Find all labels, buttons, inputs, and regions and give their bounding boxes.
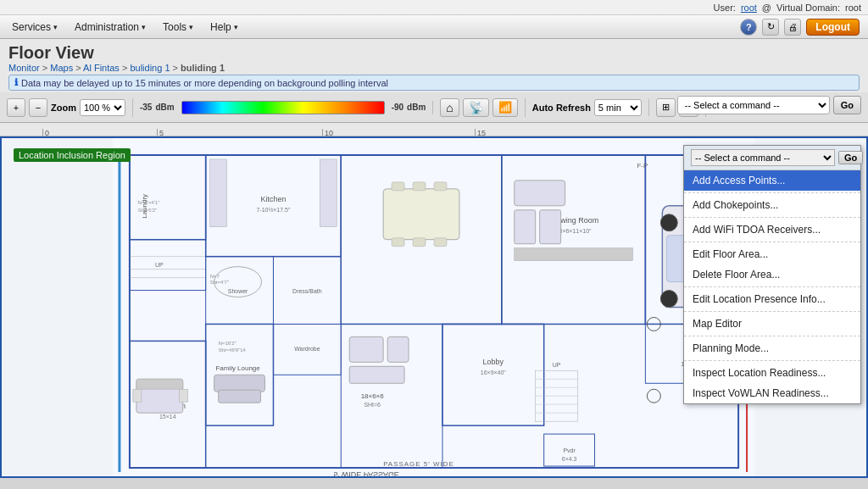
svg-text:PASSAGE 5' WIDE: PASSAGE 5' WIDE: [383, 460, 454, 468]
menu-item-help[interactable]: Help ▾: [202, 18, 247, 36]
svg-rect-12: [210, 159, 227, 227]
svg-text:UP: UP: [155, 262, 164, 268]
go-button[interactable]: Go: [833, 96, 861, 114]
dropdown-separator: [684, 360, 860, 361]
auto-refresh-label: Auto Refresh: [532, 103, 591, 113]
dropdown-item-edit-floor-area[interactable]: Edit Floor Area...: [684, 244, 860, 264]
page-title: Floor View: [8, 42, 860, 63]
network-icon-btn[interactable]: ⌂: [440, 98, 459, 117]
dropdown-item-inspect-vowlan[interactable]: Inspect VoWLAN Readiness...: [684, 383, 860, 403]
dropdown-item-planning-mode[interactable]: Planning Mode...: [684, 338, 860, 358]
dropdown-separator: [684, 217, 860, 218]
dropdown-items-list: Add Access Points...Add Chokepoints...Ad…: [684, 170, 860, 403]
svg-text:Shower: Shower: [228, 288, 248, 294]
svg-rect-31: [180, 389, 188, 402]
svg-rect-76: [349, 336, 383, 362]
svg-rect-39: [392, 238, 404, 247]
user-bar: User: root @ Virtual Domain: root: [0, 0, 868, 15]
services-arrow-icon: ▾: [53, 23, 58, 31]
svg-rect-78: [349, 366, 404, 383]
svg-rect-41: [434, 238, 447, 247]
view-icon-1-btn[interactable]: ⊞: [656, 98, 676, 117]
logout-button[interactable]: Logout: [806, 19, 860, 36]
dropdown-item-map-editor[interactable]: Map Editor: [684, 314, 860, 334]
dropdown-separator: [684, 311, 860, 312]
svg-text:Sht=46'9"14: Sht=46'9"14: [219, 347, 247, 353]
svg-point-53: [660, 214, 677, 231]
zoom-select[interactable]: 100 % 50 % 150 % 200 %: [80, 99, 125, 116]
zoom-plus-btn[interactable]: +: [7, 98, 25, 117]
domain-value: root: [845, 3, 861, 13]
svg-text:Sht=5'2": Sht=5'2": [138, 208, 157, 213]
svg-text:15×14: 15×14: [159, 414, 176, 420]
ap-icon-btn[interactable]: 📡: [463, 98, 489, 117]
command-select[interactable]: -- Select a command -- Add Access Points…: [677, 96, 830, 114]
dropdown-separator: [684, 286, 860, 287]
dropdown-item-inspect-location[interactable]: Inspect Location Readiness...: [684, 363, 860, 383]
svg-text:Pvdr: Pvdr: [563, 447, 576, 453]
menu-item-services[interactable]: Services ▾: [3, 18, 66, 36]
dropdown-separator: [684, 192, 860, 193]
svg-rect-77: [387, 336, 409, 362]
svg-rect-40: [413, 238, 426, 247]
auto-refresh-select[interactable]: 5 min 1 min 10 min Off: [594, 99, 642, 116]
breadcrumb-maps[interactable]: Maps: [50, 63, 73, 73]
dropdown-item-add-wifi-tdoa[interactable]: Add WiFi TDOA Receivers...: [684, 219, 860, 240]
dbm-group: -35 dBm -90 dBm: [140, 101, 433, 114]
svg-rect-30: [133, 389, 142, 402]
svg-text:Kitchen: Kitchen: [261, 195, 287, 203]
svg-text:N=7: N=7: [210, 274, 220, 279]
dropdown-separator: [684, 242, 860, 242]
svg-text:16×9×40": 16×9×40": [481, 370, 507, 375]
dbm-right-value: -90: [392, 103, 403, 112]
printer-icon[interactable]: 🖨: [784, 19, 801, 36]
main-content: 0 5 10 15 Location Inclusion Region Laun…: [0, 123, 868, 478]
menu-item-tools[interactable]: Tools ▾: [154, 18, 202, 36]
page-header: Floor View Monitor > Maps > Al Fintas > …: [0, 39, 868, 92]
dropdown-menu: -- Select a command -- Add Access Points…: [683, 145, 861, 404]
svg-rect-36: [392, 182, 404, 191]
svg-text:5' WIDE PASSAGE: 5' WIDE PASSAGE: [334, 470, 399, 476]
command-area: -- Select a command -- Add Access Points…: [677, 96, 861, 114]
svg-text:7-10½×17.5": 7-10½×17.5": [257, 207, 291, 213]
svg-text:N=8'×4'1": N=8'×4'1": [138, 200, 160, 205]
dropdown-item-add-chokepoints[interactable]: Add Chokepoints...: [684, 195, 860, 215]
svg-text:Sht=4'7": Sht=4'7": [210, 280, 229, 285]
at-symbol: @: [762, 3, 771, 13]
info-message: Data may be delayed up to 15 minutes or …: [21, 78, 388, 88]
svg-text:SHt=6: SHt=6: [364, 402, 381, 408]
color-gradient-bar: [181, 101, 385, 114]
dropdown-item-delete-floor-area[interactable]: Delete Floor Area...: [684, 264, 860, 285]
username-link[interactable]: root: [741, 3, 757, 13]
svg-text:Dress/Bath: Dress/Bath: [292, 288, 322, 294]
svg-text:Wardrobe: Wardrobe: [294, 346, 320, 352]
svg-text:Family Lounge: Family Lounge: [215, 364, 260, 372]
svg-rect-13: [320, 159, 337, 227]
zoom-minus-btn[interactable]: −: [29, 98, 47, 117]
info-bar: ℹ Data may be delayed up to 15 minutes o…: [8, 75, 860, 91]
svg-text:F-P: F-P: [637, 162, 648, 169]
svg-rect-29: [136, 379, 183, 389]
svg-text:18×6×6: 18×6×6: [361, 392, 385, 400]
dropdown-item-add-access-points[interactable]: Add Access Points...: [684, 170, 860, 191]
refresh-icon[interactable]: ↻: [762, 19, 779, 36]
administration-arrow-icon: ▾: [142, 23, 146, 31]
dbm-unit-right: dBm: [407, 103, 426, 112]
breadcrumb-al-fintas[interactable]: Al Fintas: [83, 63, 120, 73]
svg-rect-23: [214, 375, 265, 392]
help-circle-icon[interactable]: ?: [740, 19, 757, 36]
svg-rect-48: [515, 248, 633, 261]
ruler-mark-10: 10: [322, 129, 333, 136]
dropdown-command-select[interactable]: -- Select a command -- Add Access Points…: [691, 149, 835, 166]
svg-rect-46: [515, 210, 536, 244]
breadcrumb-building1[interactable]: buliding 1: [130, 63, 170, 73]
breadcrumb-monitor[interactable]: Monitor: [8, 63, 40, 73]
menu-item-administration[interactable]: Administration ▾: [66, 18, 154, 36]
svg-rect-24: [219, 390, 261, 403]
svg-rect-35: [383, 189, 459, 240]
tools-arrow-icon: ▾: [189, 23, 193, 31]
dropdown-go-button[interactable]: Go: [838, 151, 863, 164]
dropdown-item-edit-location-presence[interactable]: Edit Location Presence Info...: [684, 289, 860, 309]
svg-text:Lobby: Lobby: [483, 358, 504, 366]
sensor-icon-btn[interactable]: 📶: [492, 98, 518, 117]
